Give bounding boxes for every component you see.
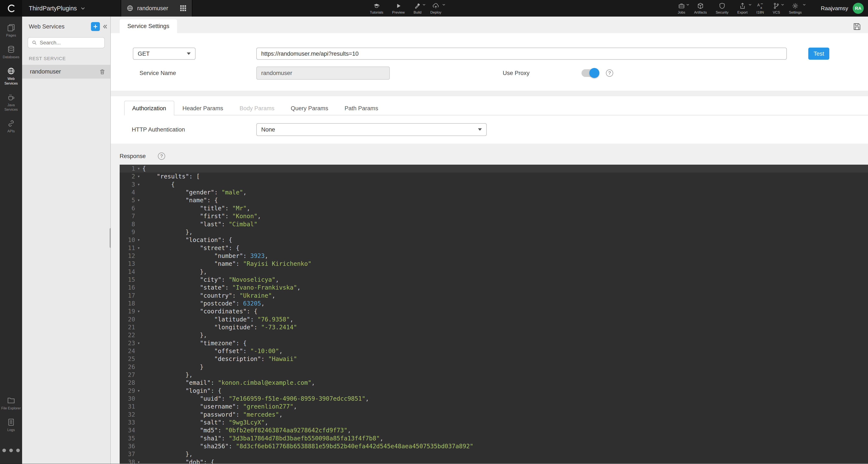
delete-service-icon[interactable] [99, 69, 105, 75]
sidebar-item-apis[interactable]: APIs [0, 116, 22, 137]
topbar-action-artifacts[interactable]: Artifacts [690, 0, 711, 16]
service-url-input[interactable] [256, 47, 787, 60]
fold-toggle-icon[interactable]: ▾ [135, 339, 143, 347]
topbar-action-label: VCS [773, 10, 780, 15]
code-text: "offset": "-10:00", [142, 347, 282, 355]
code-line: 34 "md5": "0bfb2e0f82463874aa9278642cfd9… [120, 426, 868, 434]
topbar-action-export[interactable]: Export [733, 0, 752, 16]
http-authentication-select[interactable]: None [256, 123, 487, 136]
fold-toggle-icon[interactable]: ▾ [135, 165, 143, 172]
line-number: 16 [120, 284, 135, 292]
http-method-select[interactable]: GET [133, 47, 195, 60]
code-line: 19▾ "coordinates": { [120, 307, 868, 315]
grid-apps-icon[interactable] [180, 5, 186, 11]
sidebar-item-pages[interactable]: Pages [0, 20, 22, 42]
search-input[interactable] [40, 40, 100, 46]
topbar-action-i18n[interactable]: Aa I18N [752, 0, 768, 16]
code-text: "email": "konon.cimbal@example.com", [142, 379, 315, 387]
tab-authorization[interactable]: Authorization [124, 101, 175, 115]
line-number: 3 [120, 180, 135, 189]
vcs-branch-icon [773, 3, 780, 9]
line-number: 21 [120, 323, 135, 331]
app-logo[interactable] [0, 0, 22, 16]
fold-toggle-icon[interactable]: ▾ [135, 180, 143, 189]
code-text: }, [142, 331, 207, 339]
code-text: { [142, 165, 146, 172]
code-line: 2▾ "results": [ [120, 172, 868, 180]
collapse-panel-button[interactable] [102, 24, 108, 30]
tab-body-params: Body Params [231, 101, 282, 115]
line-number: 38 [120, 458, 135, 464]
fold-toggle-icon[interactable]: ▾ [135, 172, 143, 180]
line-number: 35 [120, 434, 135, 442]
topbar-action-label: I18N [756, 10, 764, 15]
fold-toggle-icon[interactable]: ▾ [135, 387, 143, 395]
tab-header-params[interactable]: Header Params [174, 101, 231, 115]
response-help-icon[interactable] [158, 153, 165, 160]
topbar-action-preview[interactable]: Preview [388, 0, 409, 16]
avatar[interactable]: RA [853, 3, 864, 14]
tab-path-params[interactable]: Path Params [336, 101, 386, 115]
code-line: 20 "latitude": "76.9358", [120, 316, 868, 323]
code-line: 13 "name": "Rayisi Kirichenko" [120, 260, 868, 268]
tab-service-settings[interactable]: Service Settings [120, 19, 177, 33]
tab-query-params[interactable]: Query Params [283, 101, 336, 115]
web-services-globe-icon [7, 67, 15, 75]
add-service-button[interactable] [91, 22, 100, 31]
fold-spacer [135, 252, 143, 260]
artifacts-box-icon [697, 3, 704, 9]
project-selector[interactable]: ThirdPartyPlugins [29, 5, 86, 12]
search-icon [32, 40, 37, 45]
line-number: 33 [120, 419, 135, 426]
fold-spacer [135, 450, 143, 458]
sidebar-item-web-services[interactable]: Web Services [0, 63, 22, 90]
code-text: }, [142, 450, 192, 458]
logs-document-icon [7, 418, 15, 426]
fold-toggle-icon[interactable]: ▾ [135, 458, 143, 464]
topbar-action-settings[interactable]: Settings [784, 0, 806, 16]
fold-spacer [135, 442, 143, 450]
open-tab-randomuser[interactable]: randomuser [121, 0, 192, 16]
use-proxy-help-icon[interactable] [606, 69, 613, 77]
topbar-action-deploy[interactable]: Deploy [426, 0, 446, 16]
line-number: 1 [120, 165, 135, 172]
line-number: 17 [120, 292, 135, 300]
fold-toggle-icon[interactable]: ▾ [135, 307, 143, 315]
fold-toggle-icon[interactable]: ▾ [135, 196, 143, 204]
code-line: 25 "description": "Hawaii" [120, 355, 868, 363]
test-button[interactable]: Test [808, 47, 829, 60]
code-text: "state": "Ivano-Frankivska", [142, 284, 301, 292]
user-menu[interactable]: Raajvamsy RA [821, 0, 864, 16]
sidebar-item-databases[interactable]: Databases [0, 42, 22, 63]
code-line: 7 "first": "Konon", [120, 212, 868, 220]
fold-toggle-icon[interactable]: ▾ [135, 236, 143, 244]
service-list-item-randomuser[interactable]: randomuser [22, 65, 110, 78]
response-editor[interactable]: 1▾{2▾ "results": [3▾ {4 "gender": "male"… [120, 165, 868, 464]
topbar-action-vcs[interactable]: VCS [768, 0, 784, 16]
main-content: Service Settings GET Test Servic [111, 16, 868, 464]
topbar-action-label: Settings [789, 10, 802, 15]
param-tabs: Authorization Header Params Body Params … [124, 101, 868, 115]
topbar-action-build[interactable]: Build [409, 0, 426, 16]
code-line: 23▾ "timezone": { [120, 339, 868, 347]
topbar-action-jobs[interactable]: Jobs [673, 0, 690, 16]
fold-spacer [135, 212, 143, 220]
service-name-input[interactable] [256, 66, 390, 80]
sidebar-more-button[interactable] [0, 436, 22, 464]
main-tabbar: Service Settings [111, 19, 868, 33]
line-number: 37 [120, 450, 135, 458]
sidebar-item-file-explorer[interactable]: File Explorer [0, 393, 22, 415]
fold-toggle-icon[interactable]: ▾ [135, 244, 143, 252]
sidebar-item-java-services[interactable]: Java Services [0, 90, 22, 115]
topbar-action-security[interactable]: Security [711, 0, 733, 16]
code-line: 6 "title": "Mr", [120, 204, 868, 212]
topbar-action-tutorials[interactable]: Tutorials [365, 0, 388, 16]
caret-down-icon [781, 3, 784, 7]
code-line: 35 "sha1": "3d3ba17864d78bd3baefb550098a… [120, 434, 868, 442]
line-number: 12 [120, 252, 135, 260]
sidebar-item-label: Java Services [1, 103, 22, 112]
sidebar-item-logs[interactable]: Logs [0, 415, 22, 436]
use-proxy-toggle[interactable] [582, 69, 598, 77]
fold-spacer [135, 284, 143, 292]
save-icon[interactable] [853, 23, 861, 30]
